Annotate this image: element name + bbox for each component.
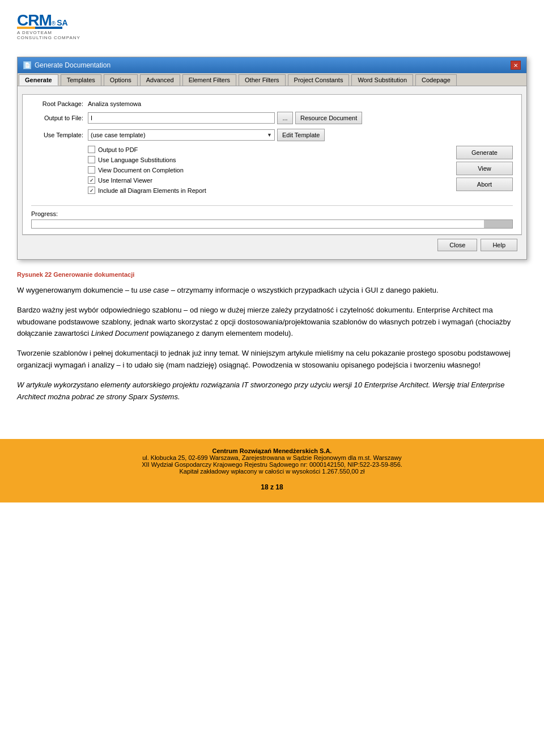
tab-options[interactable]: Options <box>104 74 138 86</box>
paragraph-1: W wygenerowanym dokumencie – tu use case… <box>17 285 527 297</box>
dropdown-arrow-icon: ▼ <box>267 132 272 138</box>
company-name: Centrum Rozwiązań Menedżerskich S.A. <box>212 447 332 454</box>
tab-other-filters[interactable]: Other Filters <box>239 74 286 86</box>
titlebar-left: 📄 Generate Documentation <box>23 61 110 69</box>
checkbox-output-pdf[interactable] <box>88 146 95 153</box>
abort-button[interactable]: Abort <box>456 178 513 191</box>
dialog-title: Generate Documentation <box>35 61 110 69</box>
address-line2: XII Wydział Gospodarczy Krajowego Rejest… <box>142 461 402 468</box>
footer-company: Centrum Rozwiązań Menedżerskich S.A. ul.… <box>8 447 536 475</box>
dialog-close-button[interactable]: Close <box>437 239 477 251</box>
output-to-file-label: Output to File: <box>31 115 88 121</box>
checkbox-view-doc-row: View Document on Completion <box>88 166 452 174</box>
checkbox-output-pdf-label: Output to PDF <box>98 146 138 153</box>
checkboxes-left: Output to PDF Use Language Substitutions… <box>88 146 452 197</box>
checkboxes-buttons-row: Output to PDF Use Language Substitutions… <box>31 146 513 197</box>
close-x-button[interactable]: ✕ <box>511 61 521 70</box>
figure-caption: Rysunek 22 Generowanie dokumentacji <box>17 271 527 278</box>
checkbox-output-pdf-row: Output to PDF <box>88 146 452 153</box>
checkbox-lang-subs-row: Use Language Substitutions <box>88 156 452 163</box>
checkbox-view-doc[interactable] <box>88 166 95 174</box>
tab-codepage[interactable]: Codepage <box>415 74 457 86</box>
paragraph-4: W artykule wykorzystano elementy autorsk… <box>17 379 527 403</box>
dialog-titlebar: 📄 Generate Documentation ✕ <box>18 57 526 73</box>
use-template-dropdown[interactable]: (use case template) ▼ <box>88 129 275 141</box>
tab-word-substitution[interactable]: Word Substitution <box>351 74 413 86</box>
logo-box: CRM ® SA A DEVOTEAM CONSULTING COMPANY <box>17 11 85 45</box>
address-line1: ul. Kłobucka 25, 02-699 Warszawa, Zareje… <box>142 454 402 461</box>
root-package-label: Root Package: <box>31 100 88 107</box>
use-template-value: (use case template) <box>91 132 146 138</box>
action-buttons-area: Generate View Abort <box>456 146 513 191</box>
paragraph-2: Bardzo ważny jest wybór odpowiedniego sz… <box>17 305 527 340</box>
progress-label: Progress: <box>31 210 513 217</box>
dialog-bottom-buttons: Close Help <box>22 235 522 255</box>
address-line3: Kapitał zakładowy wpłacony w całości w w… <box>179 468 364 475</box>
root-package-row: Root Package: Analiza systemowa <box>31 100 513 107</box>
browse-button[interactable]: ... <box>277 112 293 124</box>
use-template-label: Use Template: <box>31 132 88 138</box>
dialog-title-icon: 📄 <box>23 61 31 69</box>
checkbox-include-diagrams-row: ✓ Include all Diagram Elements in Report <box>88 187 452 194</box>
resource-document-button[interactable]: Resource Document <box>295 112 362 124</box>
form-area: Root Package: Analiza systemowa Output t… <box>22 94 522 235</box>
dialog-help-button[interactable]: Help <box>481 239 517 251</box>
checkbox-lang-subs-label: Use Language Substitutions <box>98 157 176 163</box>
checkbox-include-diagrams[interactable]: ✓ <box>88 187 95 194</box>
output-to-file-input[interactable] <box>88 112 275 124</box>
checkbox-view-doc-label: View Document on Completion <box>98 167 184 174</box>
edit-template-button[interactable]: Edit Template <box>277 129 325 141</box>
tab-generate[interactable]: Generate <box>19 74 58 86</box>
output-to-file-control: ... Resource Document <box>88 112 513 124</box>
progress-area: Progress: <box>31 205 513 229</box>
generate-documentation-dialog: 📄 Generate Documentation ✕ Generate Temp… <box>17 57 527 260</box>
tab-project-constants[interactable]: Project Constants <box>288 74 350 86</box>
root-package-control: Analiza systemowa <box>88 100 513 107</box>
checkbox-internal-viewer-label: Use Internal Viewer <box>98 177 152 184</box>
paragraph-3: Tworzenie szablonów i pełnej dokumentacj… <box>17 348 527 371</box>
logo-subtitle: A DEVOTEAM CONSULTING COMPANY <box>17 30 85 40</box>
use-template-control: (use case template) ▼ Edit Template <box>88 129 513 141</box>
checkbox-include-diagrams-label: Include all Diagram Elements in Report <box>98 187 206 194</box>
progress-bar-fill <box>484 220 512 228</box>
dialog-content: Root Package: Analiza systemowa Output t… <box>18 86 526 259</box>
logo-registered: ® <box>52 20 56 27</box>
view-button[interactable]: View <box>456 162 513 175</box>
output-to-file-row: Output to File: ... Resource Document <box>31 112 513 124</box>
tab-advanced[interactable]: Advanced <box>140 74 180 86</box>
tab-templates[interactable]: Templates <box>61 74 101 86</box>
root-package-value: Analiza systemowa <box>88 100 141 107</box>
tabs-row: Generate Templates Options Advanced Elem… <box>18 73 526 86</box>
tab-element-filters[interactable]: Element Filters <box>182 74 236 86</box>
logo-sa-text: SA <box>57 18 67 27</box>
checkbox-internal-viewer[interactable]: ✓ <box>88 176 95 184</box>
logo-area: CRM ® SA A DEVOTEAM CONSULTING COMPANY <box>17 11 527 45</box>
generate-button[interactable]: Generate <box>456 146 513 159</box>
checkboxes-area: Output to PDF Use Language Substitutions… <box>88 146 513 197</box>
progress-bar <box>31 219 513 229</box>
use-template-row: Use Template: (use case template) ▼ Edit… <box>31 129 513 141</box>
checkbox-lang-subs[interactable] <box>88 156 95 163</box>
page-number: 18 z 18 <box>8 480 536 494</box>
checkbox-internal-viewer-row: ✓ Use Internal Viewer <box>88 176 452 184</box>
page-footer: Centrum Rozwiązań Menedżerskich S.A. ul.… <box>0 439 544 502</box>
